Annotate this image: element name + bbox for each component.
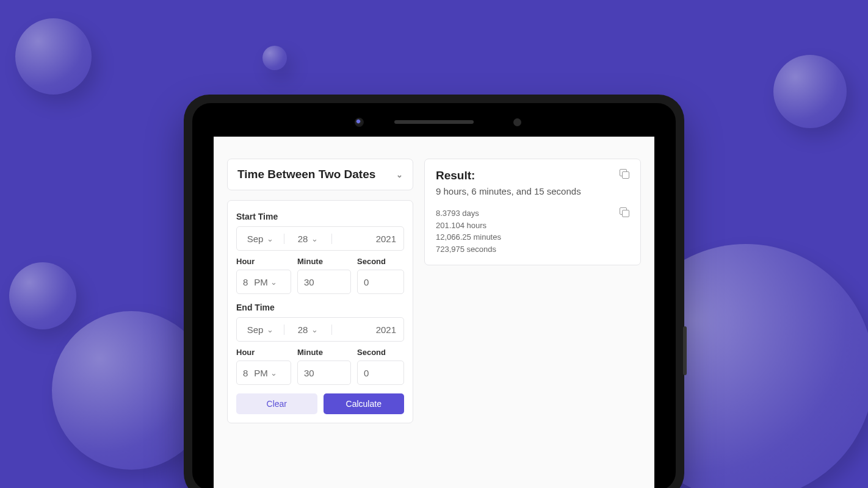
clear-button[interactable]: Clear [236,393,317,414]
start-date-row: Sep ⌄ 28 ⌄ 2021 [236,226,404,251]
end-year-input[interactable]: 2021 [332,325,403,335]
end-ampm-select[interactable]: PM ⌄ [254,368,277,378]
result-days: 8.3793 days [436,207,501,220]
start-day-select[interactable]: 28 ⌄ [284,234,332,244]
start-year-value: 2021 [376,234,396,244]
start-time-sublabels: Hour Minute Second [236,257,404,266]
tablet-camera [355,118,364,127]
start-hour-input[interactable]: 8 PM ⌄ [236,270,291,294]
start-time-row: 8 PM ⌄ 30 0 [236,270,404,294]
result-hours: 201.104 hours [436,220,501,232]
decoration-bubble [262,46,287,70]
start-second-value: 0 [364,277,369,287]
result-card: Result: 9 hours, 6 minutes, and 15 secon… [424,159,641,265]
start-month-value: Sep [247,234,264,244]
chevron-down-icon: ⌄ [311,234,318,243]
result-title: Result: [436,169,581,182]
decoration-bubble [9,262,76,329]
minute-label: Minute [297,348,351,357]
end-month-select[interactable]: Sep ⌄ [237,325,284,335]
chevron-down-icon: ⌄ [270,368,277,378]
mode-selector[interactable]: Time Between Two Dates ⌄ [227,159,413,190]
end-ampm-value: PM [254,368,268,378]
hour-label: Hour [236,348,291,357]
result-minutes: 12,066.25 minutes [436,231,501,243]
tablet-sensor-dot [513,118,521,126]
mode-label: Time Between Two Dates [237,168,375,181]
tablet-sensor-bar [192,120,676,124]
start-ampm-select[interactable]: PM ⌄ [254,277,277,287]
tablet-frame: Time Between Two Dates ⌄ Start Time Sep … [184,95,684,488]
decoration-bubble [773,55,847,128]
result-seconds: 723,975 seconds [436,243,501,256]
start-second-input[interactable]: 0 [357,270,404,294]
result-summary: 9 hours, 6 minutes, and 15 seconds [436,186,581,196]
chevron-down-icon: ⌄ [267,325,273,334]
start-year-input[interactable]: 2021 [332,234,403,244]
end-hour-input[interactable]: 8 PM ⌄ [236,361,291,385]
end-time-row: 8 PM ⌄ 30 0 [236,361,404,385]
end-year-value: 2021 [376,325,396,335]
end-second-input[interactable]: 0 [357,361,404,385]
chevron-down-icon: ⌄ [270,278,277,287]
hour-label: Hour [236,257,291,266]
minute-label: Minute [297,257,351,266]
date-form-card: Start Time Sep ⌄ 28 ⌄ 2021 [227,200,413,423]
start-hour-value: 8 [243,277,248,287]
copy-icon[interactable] [620,207,629,217]
chevron-down-icon: ⌄ [311,325,318,334]
copy-icon[interactable] [620,169,629,179]
end-date-row: Sep ⌄ 28 ⌄ 2021 [236,317,404,342]
start-ampm-value: PM [254,277,268,287]
end-time-sublabels: Hour Minute Second [236,348,404,357]
end-day-value: 28 [298,325,308,335]
end-time-label: End Time [236,303,404,312]
end-hour-value: 8 [243,368,248,378]
end-day-select[interactable]: 28 ⌄ [284,325,332,335]
end-second-value: 0 [364,368,369,378]
end-minute-value: 30 [304,368,314,378]
result-breakdown: 8.3793 days 201.104 hours 12,066.25 minu… [436,207,501,255]
end-minute-input[interactable]: 30 [297,361,351,385]
start-minute-input[interactable]: 30 [297,270,351,294]
tablet-side-button [683,326,687,375]
chevron-down-icon: ⌄ [267,234,273,243]
tablet-speaker [394,120,474,124]
calculate-button[interactable]: Calculate [324,393,405,414]
start-time-label: Start Time [236,212,404,221]
app-screen: Time Between Two Dates ⌄ Start Time Sep … [214,137,654,488]
start-minute-value: 30 [304,277,314,287]
chevron-down-icon: ⌄ [396,170,403,179]
start-month-select[interactable]: Sep ⌄ [237,234,284,244]
decoration-bubble [15,18,92,95]
second-label: Second [357,257,404,266]
second-label: Second [357,348,404,357]
end-month-value: Sep [247,325,264,335]
start-day-value: 28 [298,234,308,244]
